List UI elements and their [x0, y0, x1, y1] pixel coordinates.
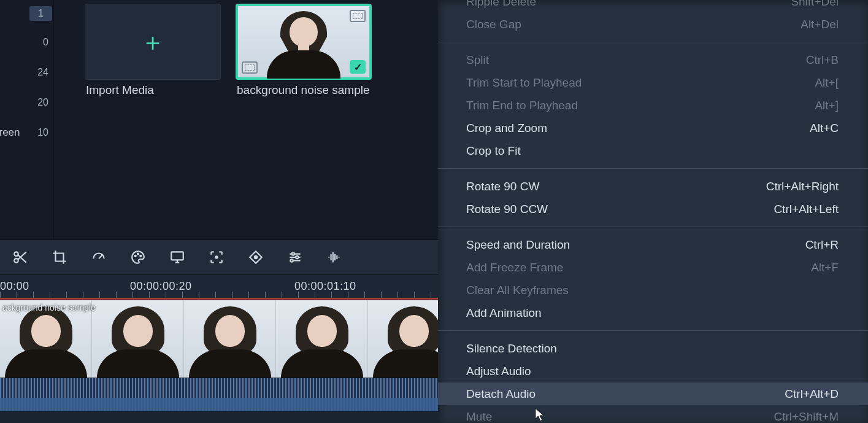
- font-size-ruler: 1 0 24 20 10 creen: [0, 0, 54, 239]
- menu-separator: [438, 330, 868, 331]
- video-track[interactable]: ackground noise sample: [0, 300, 438, 378]
- ruler-tick: 0: [43, 37, 48, 48]
- menu-item-label: Rotate 90 CW: [466, 180, 539, 193]
- video-frame: [92, 300, 184, 378]
- screen-icon[interactable]: [168, 248, 186, 266]
- menu-item-label: Add Freeze Frame: [466, 261, 563, 274]
- time-ruler[interactable]: 00:00 00:00:00:20 00:00:01:10: [0, 275, 438, 300]
- keyframe-icon[interactable]: [247, 248, 265, 266]
- menu-item-detach-audio[interactable]: Detach AudioCtrl+Alt+D: [438, 382, 868, 405]
- import-media-tile[interactable]: ＋ Import Media: [85, 4, 223, 97]
- menu-item-label: Mute: [466, 410, 492, 424]
- menu-item-shortcut: Alt+Del: [801, 18, 839, 31]
- audio-waveform: [0, 378, 438, 411]
- menu-item-label: Add Animation: [466, 306, 542, 320]
- scissors-icon[interactable]: [11, 248, 29, 266]
- menu-item-shortcut: Ctrl+Shift+M: [774, 410, 839, 424]
- time-label: 00:00: [0, 280, 29, 293]
- menu-item-label: Speed and Duration: [466, 238, 570, 252]
- svg-point-8: [292, 252, 294, 255]
- menu-item-speed-and-duration[interactable]: Speed and DurationCtrl+R: [438, 233, 868, 256]
- menu-item-shortcut: Ctrl+Alt+Right: [766, 180, 839, 193]
- menu-item-shortcut: Alt+[: [815, 76, 839, 90]
- menu-item-rotate-90-cw[interactable]: Rotate 90 CWCtrl+Alt+Right: [438, 175, 868, 198]
- menu-item-label: Crop to Fit: [466, 144, 521, 158]
- audio-track[interactable]: [0, 378, 438, 412]
- context-menu: Ripple DeleteShift+DelClose GapAlt+DelSp…: [438, 0, 868, 423]
- menu-item-label: Clear All Keyframes: [466, 284, 569, 297]
- menu-item-label: Detach Audio: [466, 387, 536, 401]
- menu-item-add-animation[interactable]: Add Animation: [438, 301, 868, 324]
- menu-item-shortcut: Ctrl+R: [805, 238, 839, 252]
- menu-item-rotate-90-ccw[interactable]: Rotate 90 CCWCtrl+Alt+Left: [438, 198, 868, 220]
- palette-icon[interactable]: [129, 248, 147, 266]
- menu-separator: [438, 168, 868, 169]
- video-frame: [276, 300, 368, 378]
- menu-item-shortcut: Alt+F: [811, 261, 839, 274]
- menu-item-shortcut: Ctrl+Alt+Left: [774, 203, 839, 216]
- track-clip-name: ackground noise sample: [2, 303, 96, 312]
- menu-item-close-gap: Close GapAlt+Del: [438, 13, 868, 36]
- svg-point-2: [135, 255, 136, 257]
- media-info-icon: [242, 61, 258, 74]
- ruler-tick: 10: [37, 127, 48, 138]
- menu-item-label: Silence Detection: [466, 342, 557, 355]
- svg-point-3: [137, 254, 139, 255]
- ruler-tick: 24: [37, 67, 48, 78]
- thumb-art: [267, 50, 340, 79]
- menu-item-clear-all-keyframes: Clear All Keyframes: [438, 279, 868, 301]
- menu-separator: [438, 42, 868, 42]
- menu-item-label: Split: [466, 53, 489, 67]
- menu-item-silence-detection[interactable]: Silence Detection: [438, 337, 868, 360]
- menu-item-shortcut: Alt+C: [810, 122, 839, 135]
- menu-item-ripple-delete: Ripple DeleteShift+Del: [438, 0, 868, 13]
- sliders-icon[interactable]: [286, 248, 304, 266]
- video-frame: [368, 300, 438, 378]
- menu-item-label: Rotate 90 CCW: [466, 203, 548, 216]
- media-clip-label: background noise sample: [236, 83, 374, 97]
- plus-icon: ＋: [140, 25, 165, 59]
- timeline-toolbar: [0, 239, 438, 275]
- menu-item-label: Crop and Zoom: [466, 122, 547, 135]
- media-bin: ＋ Import Media ✓ background noise sample: [54, 0, 438, 239]
- menu-item-adjust-audio[interactable]: Adjust Audio: [438, 360, 868, 382]
- menu-item-split: SplitCtrl+B: [438, 49, 868, 71]
- media-type-icon: [350, 10, 366, 22]
- menu-item-add-freeze-frame: Add Freeze FrameAlt+F: [438, 256, 868, 279]
- menu-item-label: Adjust Audio: [466, 365, 531, 378]
- menu-item-mute: MuteCtrl+Shift+M: [438, 405, 868, 423]
- svg-point-10: [290, 259, 293, 262]
- svg-point-6: [215, 256, 217, 258]
- added-check-icon: ✓: [350, 60, 366, 74]
- menu-item-crop-to-fit[interactable]: Crop to Fit: [438, 139, 868, 162]
- ruler-tick: 20: [37, 97, 48, 108]
- menu-item-label: Ripple Delete: [466, 0, 536, 9]
- menu-item-shortcut: Ctrl+Alt+D: [785, 387, 839, 401]
- menu-item-shortcut: Shift+Del: [791, 0, 839, 9]
- import-media-thumb[interactable]: ＋: [85, 4, 221, 80]
- menu-item-shortcut: Alt+]: [815, 99, 839, 112]
- time-ticks: [0, 292, 438, 298]
- video-frame: [184, 300, 276, 378]
- svg-point-4: [140, 255, 141, 257]
- crop-icon[interactable]: [50, 248, 69, 266]
- menu-separator: [438, 227, 868, 227]
- svg-rect-5: [171, 252, 183, 260]
- time-label: 00:00:00:20: [130, 280, 192, 293]
- audio-eq-icon[interactable]: [325, 248, 344, 266]
- menu-item-label: Trim Start to Playhead: [466, 76, 582, 90]
- ruler-tick[interactable]: 1: [29, 6, 52, 21]
- focus-icon[interactable]: [207, 248, 226, 266]
- import-media-label: Import Media: [85, 83, 223, 97]
- speed-icon[interactable]: [90, 248, 108, 266]
- media-clip-thumb[interactable]: ✓: [236, 4, 372, 80]
- media-clip-tile[interactable]: ✓ background noise sample: [236, 4, 374, 97]
- menu-item-label: Trim End to Playhead: [466, 99, 578, 112]
- thumb-art: [290, 17, 318, 47]
- ruler-word: creen: [0, 126, 20, 139]
- menu-item-label: Close Gap: [466, 18, 521, 31]
- menu-item-crop-and-zoom[interactable]: Crop and ZoomAlt+C: [438, 117, 868, 139]
- menu-item-trim-start-to-playhead: Trim Start to PlayheadAlt+[: [438, 71, 868, 94]
- svg-point-9: [296, 256, 298, 258]
- svg-point-7: [255, 256, 257, 258]
